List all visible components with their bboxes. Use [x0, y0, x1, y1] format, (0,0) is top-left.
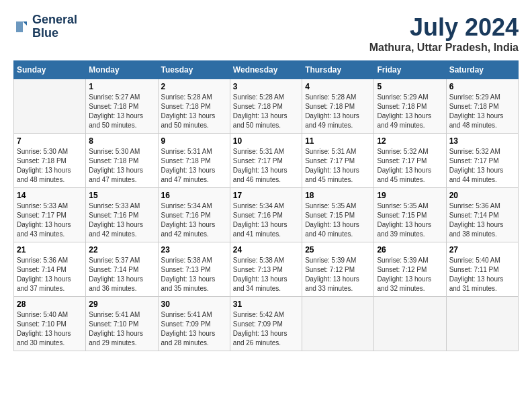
calendar-cell: 22Sunrise: 5:37 AMSunset: 7:14 PMDayligh… — [86, 242, 158, 297]
day-number: 11 — [305, 136, 371, 146]
calendar-cell: 25Sunrise: 5:39 AMSunset: 7:12 PMDayligh… — [302, 242, 374, 297]
calendar-cell: 27Sunrise: 5:40 AMSunset: 7:11 PMDayligh… — [446, 242, 518, 297]
calendar-cell: 19Sunrise: 5:35 AMSunset: 7:15 PMDayligh… — [374, 188, 446, 242]
calendar-cell: 3Sunrise: 5:28 AMSunset: 7:18 PMDaylight… — [230, 79, 302, 134]
day-number: 12 — [377, 136, 443, 146]
svg-rect-1 — [16, 21, 23, 32]
day-info: Sunrise: 5:39 AMSunset: 7:12 PMDaylight:… — [377, 256, 443, 293]
day-number: 19 — [377, 191, 443, 200]
calendar-cell: 31Sunrise: 5:42 AMSunset: 7:09 PMDayligh… — [230, 297, 302, 351]
calendar-cell — [14, 79, 86, 134]
day-number: 13 — [449, 136, 515, 146]
weekday-header: Wednesday — [230, 61, 302, 79]
calendar-header: SundayMondayTuesdayWednesdayThursdayFrid… — [14, 61, 519, 79]
day-number: 14 — [17, 191, 83, 200]
day-info: Sunrise: 5:29 AMSunset: 7:18 PMDaylight:… — [449, 93, 515, 130]
weekday-header: Friday — [374, 61, 446, 79]
svg-marker-0 — [23, 21, 27, 26]
logo-icon — [13, 19, 30, 35]
weekday-row: SundayMondayTuesdayWednesdayThursdayFrid… — [14, 61, 519, 79]
day-number: 31 — [233, 300, 299, 309]
calendar-cell: 29Sunrise: 5:41 AMSunset: 7:10 PMDayligh… — [86, 297, 158, 351]
calendar-body: 1Sunrise: 5:27 AMSunset: 7:18 PMDaylight… — [14, 79, 519, 351]
calendar-cell: 28Sunrise: 5:40 AMSunset: 7:10 PMDayligh… — [14, 297, 86, 351]
day-info: Sunrise: 5:27 AMSunset: 7:18 PMDaylight:… — [89, 93, 154, 130]
calendar-cell: 23Sunrise: 5:38 AMSunset: 7:13 PMDayligh… — [158, 242, 230, 297]
day-info: Sunrise: 5:28 AMSunset: 7:18 PMDaylight:… — [305, 93, 371, 130]
calendar-cell: 24Sunrise: 5:38 AMSunset: 7:13 PMDayligh… — [230, 242, 302, 297]
day-info: Sunrise: 5:31 AMSunset: 7:18 PMDaylight:… — [161, 147, 227, 185]
day-number: 15 — [89, 191, 154, 200]
calendar-cell: 21Sunrise: 5:36 AMSunset: 7:14 PMDayligh… — [14, 242, 86, 297]
logo-line1: General — [32, 13, 77, 27]
day-number: 25 — [305, 245, 371, 255]
day-number: 29 — [89, 300, 154, 309]
calendar-cell: 13Sunrise: 5:32 AMSunset: 7:17 PMDayligh… — [446, 134, 518, 188]
day-number: 23 — [161, 245, 227, 255]
day-info: Sunrise: 5:32 AMSunset: 7:17 PMDaylight:… — [449, 147, 515, 185]
day-info: Sunrise: 5:35 AMSunset: 7:15 PMDaylight:… — [377, 201, 443, 239]
calendar-week-row: 28Sunrise: 5:40 AMSunset: 7:10 PMDayligh… — [14, 297, 519, 351]
location: Mathura, Uttar Pradesh, India — [369, 42, 519, 54]
logo-text: General Blue — [32, 13, 77, 40]
calendar-cell: 6Sunrise: 5:29 AMSunset: 7:18 PMDaylight… — [446, 79, 518, 134]
day-number: 7 — [17, 136, 83, 146]
calendar-table: SundayMondayTuesdayWednesdayThursdayFrid… — [13, 60, 519, 351]
calendar-cell — [446, 297, 518, 351]
day-info: Sunrise: 5:32 AMSunset: 7:17 PMDaylight:… — [377, 147, 443, 185]
day-info: Sunrise: 5:31 AMSunset: 7:17 PMDaylight:… — [305, 147, 371, 185]
calendar-cell: 17Sunrise: 5:34 AMSunset: 7:16 PMDayligh… — [230, 188, 302, 242]
calendar-cell: 8Sunrise: 5:30 AMSunset: 7:18 PMDaylight… — [86, 134, 158, 188]
day-number: 26 — [377, 245, 443, 255]
day-number: 6 — [449, 82, 515, 91]
day-info: Sunrise: 5:33 AMSunset: 7:17 PMDaylight:… — [17, 201, 83, 239]
day-number: 20 — [449, 191, 515, 200]
calendar-cell: 2Sunrise: 5:28 AMSunset: 7:18 PMDaylight… — [158, 79, 230, 134]
day-number: 1 — [89, 82, 154, 91]
weekday-header: Monday — [86, 61, 158, 79]
day-number: 24 — [233, 245, 299, 255]
day-info: Sunrise: 5:30 AMSunset: 7:18 PMDaylight:… — [89, 147, 154, 185]
calendar-cell — [302, 297, 374, 351]
header: General Blue July 2024 Mathura, Uttar Pr… — [13, 13, 519, 54]
day-number: 3 — [233, 82, 299, 91]
calendar-cell: 20Sunrise: 5:36 AMSunset: 7:14 PMDayligh… — [446, 188, 518, 242]
day-info: Sunrise: 5:39 AMSunset: 7:12 PMDaylight:… — [305, 256, 371, 293]
day-number: 27 — [449, 245, 515, 255]
logo-line2: Blue — [32, 27, 77, 40]
day-info: Sunrise: 5:40 AMSunset: 7:11 PMDaylight:… — [449, 256, 515, 293]
calendar-cell: 9Sunrise: 5:31 AMSunset: 7:18 PMDaylight… — [158, 134, 230, 188]
day-info: Sunrise: 5:35 AMSunset: 7:15 PMDaylight:… — [305, 201, 371, 239]
day-number: 16 — [161, 191, 227, 200]
calendar-week-row: 1Sunrise: 5:27 AMSunset: 7:18 PMDaylight… — [14, 79, 519, 134]
day-info: Sunrise: 5:28 AMSunset: 7:18 PMDaylight:… — [161, 93, 227, 130]
day-info: Sunrise: 5:38 AMSunset: 7:13 PMDaylight:… — [233, 256, 299, 293]
weekday-header: Sunday — [14, 61, 86, 79]
calendar-cell: 5Sunrise: 5:29 AMSunset: 7:18 PMDaylight… — [374, 79, 446, 134]
day-number: 22 — [89, 245, 154, 255]
calendar-cell — [374, 297, 446, 351]
day-info: Sunrise: 5:34 AMSunset: 7:16 PMDaylight:… — [161, 201, 227, 239]
calendar-cell: 10Sunrise: 5:31 AMSunset: 7:17 PMDayligh… — [230, 134, 302, 188]
weekday-header: Thursday — [302, 61, 374, 79]
day-info: Sunrise: 5:37 AMSunset: 7:14 PMDaylight:… — [89, 256, 154, 293]
day-info: Sunrise: 5:38 AMSunset: 7:13 PMDaylight:… — [161, 256, 227, 293]
day-number: 5 — [377, 82, 443, 91]
title-block: July 2024 Mathura, Uttar Pradesh, India — [369, 13, 519, 54]
calendar-cell: 26Sunrise: 5:39 AMSunset: 7:12 PMDayligh… — [374, 242, 446, 297]
calendar-week-row: 21Sunrise: 5:36 AMSunset: 7:14 PMDayligh… — [14, 242, 519, 297]
calendar-cell: 11Sunrise: 5:31 AMSunset: 7:17 PMDayligh… — [302, 134, 374, 188]
calendar-cell: 4Sunrise: 5:28 AMSunset: 7:18 PMDaylight… — [302, 79, 374, 134]
day-number: 9 — [161, 136, 227, 146]
day-info: Sunrise: 5:36 AMSunset: 7:14 PMDaylight:… — [449, 201, 515, 239]
day-number: 8 — [89, 136, 154, 146]
day-info: Sunrise: 5:31 AMSunset: 7:17 PMDaylight:… — [233, 147, 299, 185]
day-info: Sunrise: 5:40 AMSunset: 7:10 PMDaylight:… — [17, 310, 83, 348]
day-number: 30 — [161, 300, 227, 309]
day-info: Sunrise: 5:34 AMSunset: 7:16 PMDaylight:… — [233, 201, 299, 239]
day-number: 18 — [305, 191, 371, 200]
calendar-week-row: 7Sunrise: 5:30 AMSunset: 7:18 PMDaylight… — [14, 134, 519, 188]
day-info: Sunrise: 5:28 AMSunset: 7:18 PMDaylight:… — [233, 93, 299, 130]
calendar-cell: 1Sunrise: 5:27 AMSunset: 7:18 PMDaylight… — [86, 79, 158, 134]
day-number: 2 — [161, 82, 227, 91]
